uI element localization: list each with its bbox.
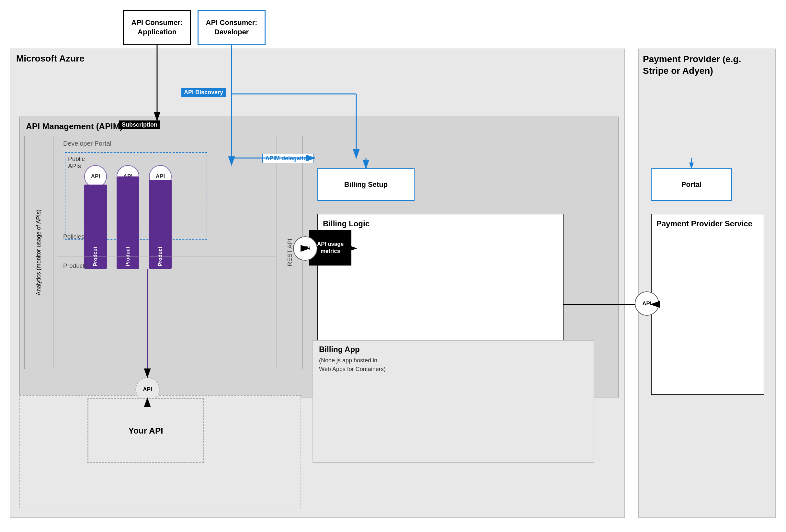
billing-app-label: Billing App xyxy=(319,345,360,354)
api-discovery-label: API Discovery xyxy=(181,88,226,97)
diagram-container: Payment Provider (e.g. Stripe or Adyen) … xyxy=(0,0,786,532)
policies-label: Policies xyxy=(63,233,84,240)
apim-label: API Management (APIM) xyxy=(26,121,123,132)
api-circle-bottom: API xyxy=(135,377,160,401)
developer-portal-label: Developer Portal xyxy=(63,140,111,147)
analytics-sidebar: Analytics (monitor usage of APIs) xyxy=(24,136,53,369)
api-circle-payment: API xyxy=(635,292,659,316)
your-api-box: Your API xyxy=(88,398,204,463)
consumer-dev-box: API Consumer: Developer xyxy=(198,10,265,45)
product-bar-2: Product xyxy=(117,177,139,269)
rest-api-label: REST API xyxy=(286,239,294,266)
billing-app-sublabel: (Node.js app hosted inWeb Apps for Conta… xyxy=(319,356,386,374)
portal-box: Portal xyxy=(651,168,732,201)
public-apis-label: PublicAPIs xyxy=(68,156,85,170)
product-bar-3: Product xyxy=(149,180,172,269)
subscription-label: Subscription xyxy=(119,120,160,129)
payment-provider-label: Payment Provider (e.g. Stripe or Adyen) xyxy=(643,53,769,77)
payment-service-box: Payment Provider Service xyxy=(651,214,764,395)
billing-setup-box: Billing Setup xyxy=(317,168,415,201)
apim-delegation-label: APIM delegation xyxy=(262,154,314,163)
divider-policies xyxy=(57,227,277,227)
api-circle-rest: API xyxy=(293,236,317,261)
azure-label: Microsoft Azure xyxy=(16,53,85,64)
analytics-label: Analytics (monitor usage of APIs) xyxy=(35,209,42,295)
divider-products xyxy=(57,256,277,256)
consumer-app-box: API Consumer: Application xyxy=(123,10,191,45)
products-label: Products xyxy=(63,262,88,270)
